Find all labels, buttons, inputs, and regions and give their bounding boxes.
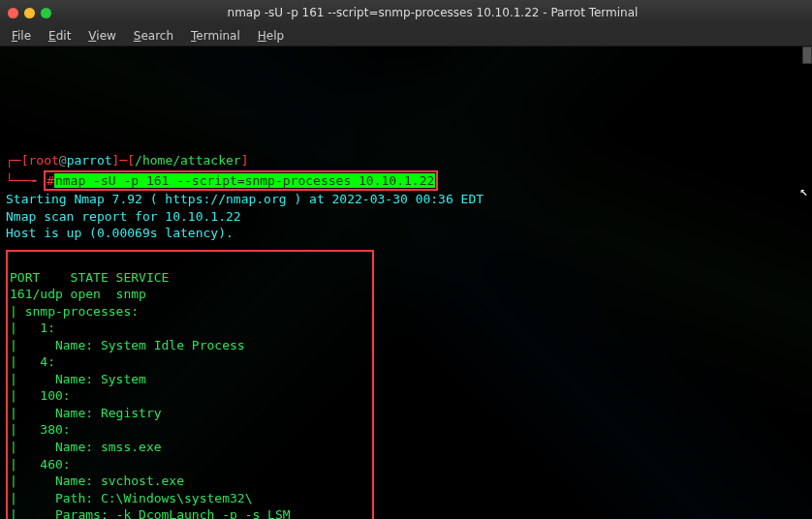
- prompt-bracket: ┌─[: [6, 153, 28, 168]
- prompt-bracket: ]: [241, 153, 249, 168]
- minimize-icon[interactable]: [24, 8, 35, 18]
- process-list: | 1: | Name: System Idle Process | 4: | …: [10, 320, 370, 519]
- nmap-report: Nmap scan report for 10.10.1.22: [6, 209, 241, 224]
- command-highlight-box: #nmap -sU -p 161 --script=snmp-processes…: [44, 170, 438, 192]
- menubar: FileEditViewSearchTerminalHelp: [0, 25, 812, 46]
- window-controls: [8, 8, 51, 18]
- port-header: PORT STATE SERVICE: [10, 270, 169, 285]
- close-icon[interactable]: [8, 8, 18, 18]
- terminal[interactable]: ↖ ┌─[root@parrot]─[/home/attacker] └──╼ …: [0, 46, 812, 519]
- maximize-icon[interactable]: [41, 8, 51, 18]
- scrollbar-thumb[interactable]: [802, 46, 812, 64]
- menu-help[interactable]: Help: [250, 27, 292, 45]
- prompt-user: root: [28, 153, 58, 168]
- prompt-bracket: ]─[: [112, 153, 135, 168]
- titlebar: nmap -sU -p 161 --script=snmp-processes …: [0, 0, 812, 25]
- output-highlight-box: PORT STATE SERVICE 161/udp open snmp | s…: [6, 250, 374, 519]
- menu-edit[interactable]: Edit: [41, 27, 78, 45]
- nmap-banner: Starting Nmap 7.92 ( https://nmap.org ) …: [6, 192, 484, 206]
- script-header: | snmp-processes:: [10, 304, 139, 319]
- prompt-cwd: /home/attacker: [135, 153, 241, 168]
- prompt-line2: └──╼: [6, 173, 44, 188]
- terminal-content: ┌─[root@parrot]─[/home/attacker] └──╼ #n…: [6, 136, 806, 519]
- menu-terminal[interactable]: Terminal: [183, 27, 248, 45]
- prompt-at: @: [59, 153, 67, 168]
- command-text: nmap -sU -p 161 --script=snmp-processes …: [54, 173, 435, 188]
- menu-search[interactable]: Search: [126, 27, 181, 45]
- window-title: nmap -sU -p 161 --script=snmp-processes …: [61, 6, 804, 19]
- prompt-host: parrot: [67, 153, 112, 168]
- port-row: 161/udp open snmp: [10, 287, 146, 301]
- menu-file[interactable]: File: [4, 27, 39, 45]
- menu-view[interactable]: View: [80, 27, 123, 45]
- mouse-cursor-icon: ↖: [800, 182, 808, 200]
- nmap-hostup: Host is up (0.00069s latency).: [6, 226, 234, 240]
- prompt-hash: #: [47, 173, 54, 188]
